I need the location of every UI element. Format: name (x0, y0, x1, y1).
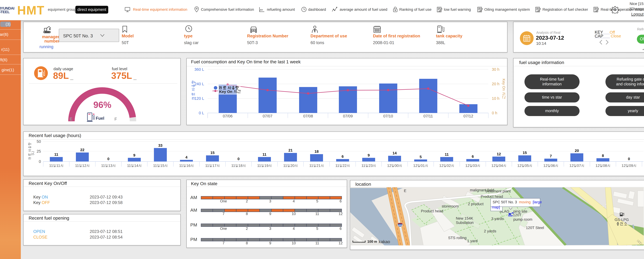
svg-text:0 L: 0 L (199, 111, 204, 115)
svg-text:2 yards: 2 yards (484, 229, 496, 233)
svg-text:9: 9 (133, 153, 136, 157)
svg-text:PM: PM (190, 222, 197, 227)
svg-text:8: 8 (246, 241, 248, 245)
svg-text:12: 12 (338, 212, 342, 216)
svg-text:1 yard: 1 yard (467, 239, 478, 243)
svg-text:9: 9 (269, 212, 271, 216)
svg-text:22: 22 (80, 148, 84, 152)
svg-text:8: 8 (602, 154, 604, 158)
svg-text:AM: AM (190, 207, 197, 213)
svg-text:12: 12 (497, 152, 501, 156)
svg-text:6: 6 (472, 154, 474, 159)
svg-text:pump room: pump room (513, 217, 532, 221)
svg-text:7: 7 (550, 154, 552, 158)
svg-text:10 h: 10 h (492, 96, 499, 101)
svg-text:5: 5 (316, 226, 318, 231)
svg-text:treatment plant: treatment plant (486, 189, 511, 193)
svg-text:10: 10 (292, 212, 296, 216)
svg-text:11: 11 (315, 212, 319, 216)
svg-text:E: E (404, 189, 406, 193)
svg-text:11: 11 (315, 241, 319, 245)
svg-text:360 L: 360 L (194, 67, 204, 72)
svg-text:5: 5 (420, 155, 422, 159)
svg-text:07/06: 07/06 (223, 114, 232, 118)
svg-text:AM: AM (190, 195, 197, 200)
svg-text:6: 6 (340, 199, 342, 203)
svg-text:4: 4 (293, 199, 295, 203)
svg-text:storeroom: storeroom (442, 204, 459, 208)
svg-text:11: 11 (262, 152, 266, 157)
svg-text:20 h: 20 h (492, 82, 499, 86)
svg-text:30 h: 30 h (492, 67, 499, 72)
svg-text:2: 2 (246, 199, 248, 203)
svg-text:6: 6 (342, 154, 344, 159)
svg-text:120 L: 120 L (194, 96, 204, 101)
svg-text:One: One (220, 226, 227, 231)
svg-text:25: 25 (37, 149, 41, 153)
svg-text:0 h: 0 h (492, 111, 497, 115)
svg-text:Product head: Product head (421, 209, 443, 213)
svg-text:18: 18 (314, 149, 318, 154)
svg-text:07/09: 07/09 (343, 114, 353, 118)
svg-text:6: 6 (340, 226, 342, 231)
svg-text:8: 8 (246, 212, 248, 216)
svg-text:Product head: Product head (481, 194, 503, 199)
svg-text:14: 14 (392, 151, 397, 155)
svg-text:STS rolling: STS rolling (448, 236, 466, 240)
svg-text:50: 50 (37, 140, 41, 144)
svg-text:7: 7 (222, 212, 224, 216)
svg-text:kakao: kakao (378, 239, 390, 244)
svg-text:0: 0 (238, 157, 240, 161)
svg-text:07/10: 07/10 (383, 114, 393, 118)
svg-text:100 m: 100 m (367, 239, 377, 243)
svg-text:33: 33 (158, 143, 162, 148)
svg-text:0: 0 (39, 159, 41, 164)
svg-text:120T Steel: 120T Steel (526, 226, 544, 230)
svg-text:PM: PM (190, 237, 197, 242)
svg-text:New 154K: New 154K (456, 216, 473, 220)
svg-text:3: 3 (269, 199, 271, 203)
svg-text:20: 20 (575, 149, 579, 153)
svg-text:07/08: 07/08 (303, 114, 313, 118)
svg-text:0: 0 (628, 157, 630, 161)
svg-text:21: 21 (288, 148, 292, 152)
svg-text:5: 5 (316, 199, 318, 203)
svg-text:11: 11 (54, 152, 58, 157)
svg-text:3 yards: 3 yards (491, 217, 504, 221)
svg-text:0: 0 (107, 157, 110, 161)
svg-text:GS-LPG: GS-LPG (614, 217, 629, 222)
svg-text:3: 3 (269, 226, 271, 231)
svg-text:One: One (220, 199, 227, 203)
svg-text:07/12: 07/12 (464, 114, 473, 118)
svg-text:400: 400 (398, 224, 402, 226)
svg-text:11: 11 (445, 152, 449, 157)
svg-text:07/11: 07/11 (424, 114, 433, 118)
svg-text:240 L: 240 L (194, 82, 204, 86)
svg-text:9: 9 (368, 153, 370, 157)
svg-text:2 product: 2 product (468, 202, 484, 206)
svg-text:07/07: 07/07 (263, 114, 272, 118)
svg-text:2: 2 (246, 226, 248, 231)
svg-text:10: 10 (292, 241, 296, 245)
svg-text:4: 4 (185, 155, 188, 159)
svg-text:15: 15 (522, 151, 527, 155)
svg-text:15: 15 (210, 151, 214, 155)
svg-text:Substation: Substation (456, 220, 474, 225)
svg-text:4: 4 (293, 226, 295, 231)
svg-text:12: 12 (338, 241, 342, 245)
svg-text:7: 7 (222, 241, 224, 245)
svg-text:9: 9 (269, 241, 271, 245)
